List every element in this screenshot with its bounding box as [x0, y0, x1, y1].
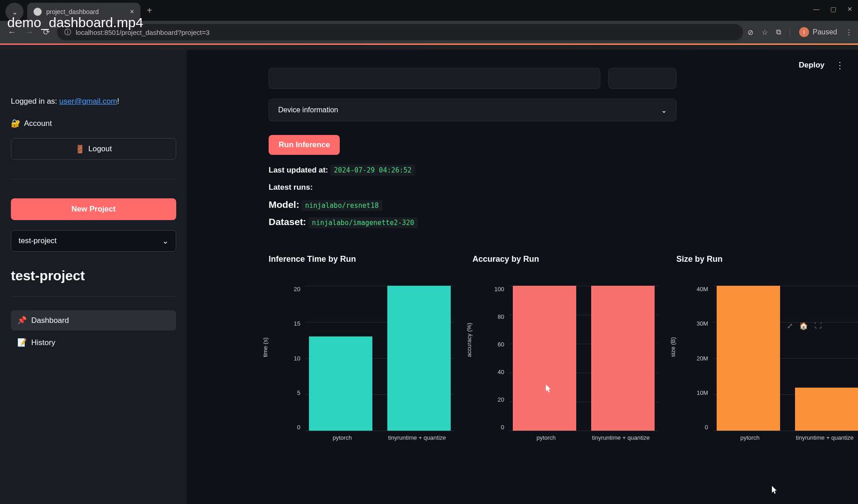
profile-status: Paused [813, 28, 837, 36]
chart-bar[interactable] [387, 286, 451, 431]
chart: Inference Time by Runtime (s)20151050pyt… [269, 254, 454, 440]
model-value: ninjalabo/resnet18 [301, 200, 382, 211]
project-select-value: test-project [19, 236, 57, 245]
separator: | [789, 28, 791, 36]
chart-xticks: pytorchtinyruntime + quantize [305, 434, 454, 441]
chart-xticks: pytorchtinyruntime + quantize [713, 434, 858, 441]
sidebar-item-dashboard[interactable]: 📌 Dashboard [11, 310, 176, 331]
latest-runs-label: Latest runs: [269, 183, 313, 192]
last-updated-value: 2024-07-29 04:26:52 [330, 165, 415, 176]
text-input[interactable] [269, 68, 600, 89]
chart-bars [713, 286, 858, 431]
chart: Size by Runsize (B)40M30M20M10M0pytorcht… [676, 254, 858, 440]
chart-plot[interactable]: accuracy (%)100806040200pytorchtinyrunti… [472, 286, 658, 440]
secondary-input[interactable] [608, 68, 676, 89]
mouse-cursor [772, 486, 778, 494]
account-label: Account [24, 119, 52, 128]
chart-bar[interactable] [795, 388, 858, 431]
browser-menu-icon[interactable]: ⋮ [845, 28, 853, 37]
profile-button[interactable]: i Paused [799, 27, 837, 37]
new-tab-button[interactable]: + [147, 5, 152, 16]
project-title: test-project [11, 268, 176, 283]
chart-plot[interactable]: time (s)20151050pytorchtinyruntime + qua… [269, 286, 454, 440]
last-updated-label: Last updated at: [269, 166, 328, 174]
logged-in-prefix: Logged in as: [11, 97, 59, 106]
dataset-value: ninjalabo/imagenette2-320 [308, 217, 418, 228]
new-project-button[interactable]: New Project [11, 198, 176, 220]
chevron-down-icon: ⌄ [162, 236, 169, 246]
logged-in-line: Logged in as: user@gmail.com! [11, 97, 176, 106]
user-email-link[interactable]: user@gmail.com [59, 97, 117, 106]
chart-yticks: 20151050 [282, 286, 300, 431]
chart-bar[interactable] [591, 286, 655, 431]
dataset-line: Dataset: ninjalabo/imagenette2-320 [269, 216, 676, 227]
chart-ylabel: time (s) [262, 337, 269, 357]
nav-list: 📌 Dashboard 📝 History [11, 310, 176, 353]
chart-ylabel: size (B) [670, 337, 676, 357]
window-maximize-icon[interactable]: ▢ [830, 5, 836, 13]
chart-xticks: pytorchtinyruntime + quantize [509, 434, 658, 441]
chart-bar[interactable] [513, 286, 576, 431]
project-select[interactable]: test-project ⌄ [11, 230, 176, 252]
expander-label: Device information [278, 106, 338, 114]
video-filename-overlay: demo_dashboard.mp4 [7, 15, 143, 30]
dataset-label: Dataset: [269, 216, 306, 227]
last-updated-line: Last updated at: 2024-07-29 04:26:52 [269, 166, 676, 175]
model-line: Model: ninjalabo/resnet18 [269, 199, 676, 210]
chart: Accuracy by Runaccuracy (%)100806040200p… [472, 254, 658, 440]
device-info-expander[interactable]: Device information ⌄ [269, 99, 676, 121]
latest-runs-line: Latest runs: [269, 183, 676, 192]
chart-plotarea [305, 286, 454, 431]
logout-button[interactable]: 🚪 Logout [11, 138, 176, 160]
chart-title: Inference Time by Run [269, 254, 454, 264]
chart-yticks: 40M30M20M10M0 [690, 286, 708, 431]
chart-title: Accuracy by Run [472, 254, 658, 264]
chart-plot[interactable]: size (B)40M30M20M10M0pytorchtinyruntime … [676, 286, 858, 440]
chart-ylabel: accuracy (%) [466, 323, 472, 357]
divider [11, 179, 176, 179]
main-content: Deploy ⋮ Device information ⌄ Run Infere… [187, 50, 858, 504]
logged-in-suffix: ! [117, 97, 120, 106]
password-icon[interactable]: ⊘ [747, 28, 753, 37]
chart-yticks: 100806040200 [486, 286, 504, 431]
extensions-icon[interactable]: ⧉ [776, 28, 781, 36]
tab-title: project_dashboard [46, 8, 99, 15]
logout-label: Logout [88, 144, 112, 154]
profile-avatar: i [799, 27, 809, 37]
run-inference-button[interactable]: Run Inference [269, 135, 340, 155]
chart-bars [305, 286, 454, 431]
chart-plotarea [713, 286, 858, 431]
window-minimize-icon[interactable]: — [813, 5, 819, 13]
chart-plotarea [509, 286, 658, 431]
account-line: 🔐 Account [11, 119, 176, 128]
sidebar: Logged in as: user@gmail.com! 🔐 Account … [0, 50, 187, 504]
app-menu-icon[interactable]: ⋮ [835, 60, 844, 71]
window-close-icon[interactable]: ✕ [847, 5, 853, 13]
accent-line [0, 43, 858, 45]
url-input[interactable]: ⓘ localhost:8501/project_dashboard?proje… [57, 24, 743, 40]
charts-row: Inference Time by Runtime (s)20151050pyt… [269, 254, 831, 440]
deploy-button[interactable]: Deploy [799, 61, 824, 70]
sidebar-item-label: History [31, 338, 55, 347]
chart-bar[interactable] [717, 286, 780, 431]
chart-title: Size by Run [676, 254, 858, 264]
sidebar-item-history[interactable]: 📝 History [11, 332, 176, 353]
note-icon: 📝 [17, 338, 27, 347]
lock-icon: 🔐 [11, 119, 20, 128]
chart-bar[interactable] [309, 336, 372, 431]
sidebar-item-label: Dashboard [31, 316, 69, 325]
chart-bars [509, 286, 658, 431]
door-icon: 🚪 [75, 144, 85, 154]
divider [11, 296, 176, 297]
model-label: Model: [269, 199, 299, 210]
chevron-down-icon: ⌄ [661, 106, 667, 115]
bookmark-icon[interactable]: ☆ [762, 28, 768, 37]
pin-icon: 📌 [17, 316, 27, 325]
